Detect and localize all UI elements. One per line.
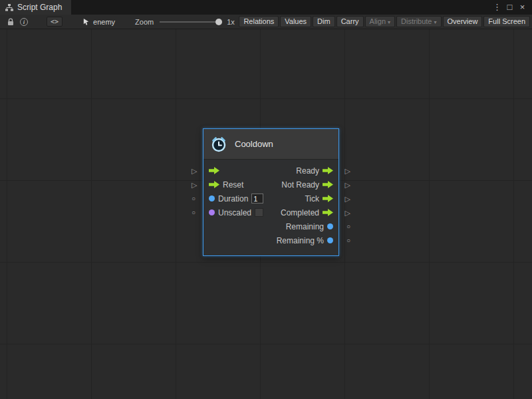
node-header[interactable]: Cooldown bbox=[203, 129, 338, 160]
flow-input-arrow-icon[interactable] bbox=[209, 181, 219, 188]
dim-label: Dim bbox=[317, 17, 331, 25]
value-output-port[interactable]: ○ bbox=[346, 223, 350, 230]
zoom-value: 1x bbox=[227, 18, 235, 26]
toolbar-buttons: Relations Values Dim Carry Align▾ Distri… bbox=[239, 16, 530, 27]
maximize-icon[interactable]: □ bbox=[504, 0, 515, 15]
window-menu-icon[interactable]: ⋮ bbox=[491, 0, 503, 15]
zoom-label: Zoom bbox=[135, 18, 154, 26]
port-label: Unscaled bbox=[218, 209, 251, 217]
tab-label: Script Graph bbox=[17, 3, 62, 12]
window-tab-bar: Script Graph ⋮ □ × bbox=[0, 0, 532, 15]
node-body: ▷ Ready ▷ ▷ Reset bbox=[203, 160, 338, 255]
edit-source-button[interactable]: <> bbox=[47, 17, 63, 27]
duration-input[interactable] bbox=[251, 194, 263, 203]
port-label: Not Ready bbox=[281, 181, 319, 189]
carry-button[interactable]: Carry bbox=[336, 16, 364, 27]
carry-label: Carry bbox=[341, 17, 359, 25]
number-port-dot-icon[interactable] bbox=[327, 223, 333, 229]
info-button[interactable]: i bbox=[17, 16, 31, 28]
unscaled-checkbox[interactable] bbox=[255, 208, 263, 217]
number-port-dot-icon[interactable] bbox=[327, 237, 333, 243]
boolean-port-dot-icon[interactable] bbox=[209, 209, 215, 215]
port-label: Duration bbox=[218, 195, 248, 203]
align-label: Align bbox=[370, 17, 386, 25]
value-input-port[interactable]: ○ bbox=[192, 209, 196, 216]
port-label: Completed bbox=[281, 209, 319, 217]
flow-output-port[interactable]: ▷ bbox=[345, 209, 350, 216]
port-row: ○ Unscaled Completed ▷ bbox=[203, 205, 338, 219]
flow-output-arrow-icon[interactable] bbox=[323, 209, 333, 216]
window-controls: ⋮ □ × bbox=[491, 0, 532, 15]
flow-output-port[interactable]: ▷ bbox=[345, 195, 350, 202]
flow-output-port[interactable]: ▷ bbox=[345, 167, 350, 174]
chevron-down-icon: ▾ bbox=[388, 19, 390, 25]
flow-input-port[interactable]: ▷ bbox=[192, 167, 197, 174]
node-cooldown[interactable]: Cooldown ▷ Ready ▷ ▷ bbox=[203, 128, 339, 256]
distribute-label: Distribute bbox=[401, 17, 432, 25]
code-icon: <> bbox=[51, 18, 59, 25]
graph-target[interactable]: enemy bbox=[82, 18, 115, 26]
zoom-slider[interactable] bbox=[160, 18, 221, 26]
distribute-dropdown[interactable]: Distribute▾ bbox=[396, 16, 441, 27]
value-output-port[interactable]: ○ bbox=[346, 237, 350, 244]
align-dropdown[interactable]: Align▾ bbox=[365, 16, 395, 27]
tab-script-graph[interactable]: Script Graph bbox=[0, 0, 71, 15]
flow-output-arrow-icon[interactable] bbox=[323, 167, 333, 174]
relations-button[interactable]: Relations bbox=[239, 16, 279, 27]
dim-button[interactable]: Dim bbox=[313, 16, 335, 27]
overview-button[interactable]: Overview bbox=[443, 16, 483, 27]
port-row: ▷ Reset Not Ready ▷ bbox=[203, 178, 338, 192]
port-label: Remaining bbox=[286, 223, 324, 231]
port-row: Remaining ○ bbox=[203, 219, 338, 233]
graph-pointer-icon bbox=[82, 18, 90, 25]
alarm-clock-icon bbox=[209, 135, 228, 154]
port-label: Reset bbox=[223, 181, 243, 189]
script-graph-window: Script Graph ⋮ □ × i <> enemy Z bbox=[0, 0, 532, 399]
full-screen-button[interactable]: Full Screen bbox=[483, 16, 530, 27]
port-label: Ready bbox=[296, 167, 319, 175]
port-label: Tick bbox=[305, 195, 319, 203]
values-label: Values bbox=[285, 17, 307, 25]
full-screen-label: Full Screen bbox=[488, 17, 525, 25]
zoom-slider-handle[interactable] bbox=[215, 19, 222, 25]
port-label: Remaining % bbox=[277, 237, 324, 245]
graph-toolbar: i <> enemy Zoom 1x Relations Values Dim … bbox=[0, 15, 532, 29]
port-row: ○ Duration Tick ▷ bbox=[203, 192, 338, 205]
chevron-down-icon: ▾ bbox=[434, 19, 437, 25]
overview-label: Overview bbox=[448, 17, 478, 25]
flow-input-arrow-icon[interactable] bbox=[209, 167, 219, 174]
lock-icon bbox=[7, 18, 14, 26]
graph-target-label: enemy bbox=[93, 18, 115, 26]
port-row: ▷ Ready ▷ bbox=[203, 164, 338, 178]
zoom-control: Zoom 1x bbox=[135, 18, 235, 26]
flow-output-arrow-icon[interactable] bbox=[323, 195, 333, 202]
port-row: Remaining % ○ bbox=[203, 233, 338, 247]
number-port-dot-icon[interactable] bbox=[209, 196, 215, 201]
info-icon: i bbox=[20, 18, 28, 26]
graph-canvas[interactable]: Cooldown ▷ Ready ▷ ▷ bbox=[0, 29, 532, 399]
zoom-slider-track bbox=[160, 21, 221, 23]
values-button[interactable]: Values bbox=[280, 16, 311, 27]
script-graph-icon bbox=[5, 4, 13, 11]
value-input-port[interactable]: ○ bbox=[192, 196, 196, 202]
lock-button[interactable] bbox=[4, 16, 17, 28]
close-icon[interactable]: × bbox=[517, 0, 528, 15]
flow-input-port[interactable]: ▷ bbox=[192, 181, 197, 188]
relations-label: Relations bbox=[243, 17, 274, 25]
flow-output-arrow-icon[interactable] bbox=[323, 181, 333, 188]
node-title: Cooldown bbox=[235, 139, 273, 149]
flow-output-port[interactable]: ▷ bbox=[345, 181, 350, 188]
